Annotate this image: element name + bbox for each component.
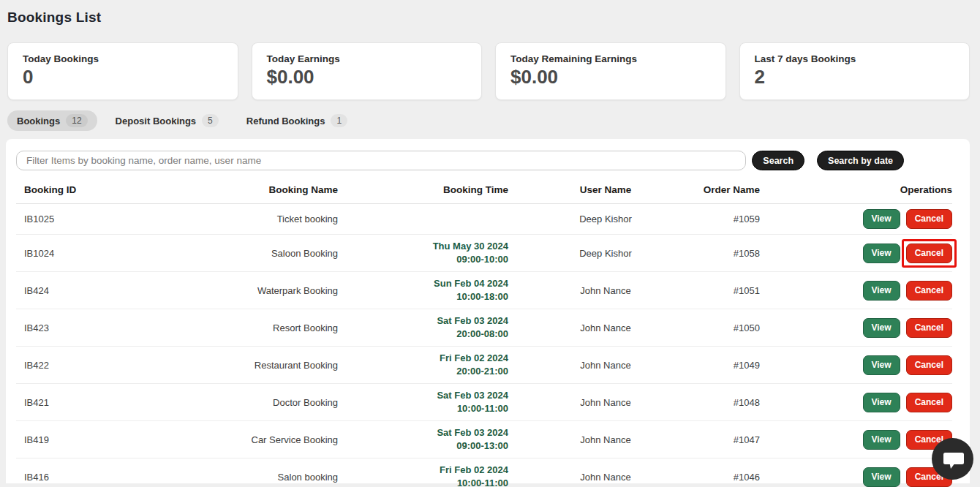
booking-id-cell: IB1024 <box>16 235 140 272</box>
stat-card-value: $0.00 <box>267 67 467 87</box>
stat-card-label: Today Earnings <box>267 53 467 64</box>
operations-cell: View Cancel <box>760 209 952 229</box>
user-name-cell: John Nance <box>508 347 703 384</box>
cancel-button[interactable]: Cancel <box>906 244 952 263</box>
chat-bubble-icon <box>932 438 973 480</box>
booking-time-cell <box>338 204 508 235</box>
tabs-bar: Bookings 12 Deposit Bookings 5 Refund Bo… <box>7 110 980 131</box>
user-name-cell: John Nance <box>508 384 703 421</box>
stats-row: Today Bookings 0 Today Earnings $0.00 To… <box>7 42 970 100</box>
header-order-name: Order Name <box>703 170 760 204</box>
booking-id-cell: IB419 <box>16 421 140 458</box>
stat-card: Today Earnings $0.00 <box>252 42 483 100</box>
booking-id-cell: IB422 <box>16 347 140 384</box>
booking-time-cell: Fri Feb 02 2024 20:00-21:00 <box>338 347 508 384</box>
tab-deposit-bookings[interactable]: Deposit Bookings 5 <box>106 110 228 131</box>
bookings-panel: Search Search by date Booking ID Booking… <box>6 139 970 483</box>
booking-time-cell: Sat Feb 03 2024 09:00-13:00 <box>338 421 508 458</box>
booking-name-cell: Salon booking <box>140 458 338 487</box>
bookings-page: Bookings List Today Bookings 0 Today Ear… <box>0 0 980 487</box>
user-name-cell: John Nance <box>508 272 703 309</box>
stat-card-label: Last 7 days Bookings <box>755 53 955 64</box>
order-name-cell: #1049 <box>703 347 760 384</box>
operations-cell: View Cancel <box>760 430 952 450</box>
tab-refund-bookings[interactable]: Refund Bookings 1 <box>237 110 357 131</box>
header-booking-time: Booking Time <box>338 170 508 204</box>
view-button[interactable]: View <box>863 281 900 301</box>
view-button[interactable]: View <box>863 244 900 263</box>
cancel-button-wrap: Cancel <box>906 281 952 301</box>
table-row: IB422 Restaurant Booking Fri Feb 02 2024… <box>16 347 952 384</box>
view-button[interactable]: View <box>863 393 900 412</box>
operations-cell: View Cancel <box>760 393 952 412</box>
view-button[interactable]: View <box>863 318 900 338</box>
user-name-cell: Deep Kishor <box>508 235 703 272</box>
tab-label: Refund Bookings <box>246 116 325 127</box>
chat-widget-button[interactable] <box>932 438 973 480</box>
cancel-button[interactable]: Cancel <box>906 318 952 338</box>
user-name-cell: John Nance <box>508 458 703 487</box>
tab-count-badge: 12 <box>66 114 87 127</box>
cancel-button[interactable]: Cancel <box>906 209 952 229</box>
view-button[interactable]: View <box>863 209 900 229</box>
booking-time-date: Sat Feb 03 2024 <box>338 389 508 402</box>
tab-label: Deposit Bookings <box>116 116 197 127</box>
booking-id-cell: IB1025 <box>16 204 140 235</box>
order-name-cell: #1058 <box>703 235 760 272</box>
search-button[interactable]: Search <box>752 151 804 170</box>
booking-id-cell: IB423 <box>16 309 140 347</box>
operations-cell: View Cancel <box>760 355 952 375</box>
booking-name-cell: Doctor Booking <box>140 384 338 421</box>
order-name-cell: #1050 <box>703 309 760 347</box>
stat-card: Today Remaining Earnings $0.00 <box>495 42 726 100</box>
booking-time-range: 09:00-13:00 <box>338 439 508 453</box>
stat-card-value: 2 <box>755 67 955 87</box>
booking-time-range: 09:00-10:00 <box>338 253 508 266</box>
user-name-cell: John Nance <box>508 421 703 458</box>
filter-input[interactable] <box>16 151 746 170</box>
tab-count-badge: 1 <box>331 114 347 127</box>
booking-time-cell: Sat Feb 03 2024 10:00-11:00 <box>338 384 508 421</box>
table-header-row: Booking ID Booking Name Booking Time Use… <box>16 170 952 204</box>
table-row: IB1025 Ticket booking Deep Kishor #1059 … <box>16 204 952 235</box>
booking-time-date: Sat Feb 03 2024 <box>338 314 508 328</box>
booking-time-cell: Sat Feb 03 2024 20:00-08:00 <box>338 309 508 347</box>
cancel-button-wrap: Cancel <box>906 244 952 263</box>
user-name-cell: John Nance <box>508 309 703 347</box>
tab-bookings[interactable]: Bookings 12 <box>7 110 97 131</box>
header-user-name: User Name <box>508 170 703 204</box>
booking-id-cell: IB416 <box>16 458 140 487</box>
view-button[interactable]: View <box>863 430 900 450</box>
cancel-button[interactable]: Cancel <box>906 393 952 412</box>
booking-time-range: 20:00-21:00 <box>338 365 508 378</box>
view-button[interactable]: View <box>863 467 900 487</box>
booking-time-range: 10:00-18:00 <box>338 290 508 303</box>
booking-name-cell: Saloon Booking <box>140 235 338 272</box>
operations-cell: View Cancel <box>760 281 952 301</box>
booking-id-cell: IB424 <box>16 272 140 309</box>
order-name-cell: #1048 <box>703 384 760 421</box>
table-row: IB419 Car Service Booking Sat Feb 03 202… <box>16 421 952 458</box>
booking-time-date: Sun Feb 04 2024 <box>338 277 508 290</box>
search-by-date-button[interactable]: Search by date <box>817 151 904 170</box>
table-row: IB416 Salon booking Fri Feb 02 2024 10:0… <box>16 458 952 487</box>
cancel-button[interactable]: Cancel <box>906 355 952 375</box>
cancel-button[interactable]: Cancel <box>906 281 952 301</box>
table-row: IB423 Resort Booking Sat Feb 03 2024 20:… <box>16 309 952 347</box>
table-row: IB424 Waterpark Booking Sun Feb 04 2024 … <box>16 272 952 309</box>
stat-card: Last 7 days Bookings 2 <box>739 42 970 100</box>
booking-time-range: 10:00-11:00 <box>338 402 508 415</box>
user-name-cell: Deep Kishor <box>508 204 703 235</box>
view-button[interactable]: View <box>863 355 900 375</box>
order-name-cell: #1051 <box>703 272 760 309</box>
booking-time-cell: Thu May 30 2024 09:00-10:00 <box>338 235 508 272</box>
cancel-button-wrap: Cancel <box>906 393 952 412</box>
booking-time-range: 10:00-11:00 <box>338 477 508 487</box>
stat-card: Today Bookings 0 <box>7 42 238 100</box>
order-name-cell: #1059 <box>703 204 760 235</box>
operations-cell: View Cancel <box>760 318 952 338</box>
cancel-button-wrap: Cancel <box>906 318 952 338</box>
bookings-table: Booking ID Booking Name Booking Time Use… <box>16 170 952 487</box>
stat-card-value: 0 <box>23 67 223 87</box>
booking-name-cell: Waterpark Booking <box>140 272 338 309</box>
